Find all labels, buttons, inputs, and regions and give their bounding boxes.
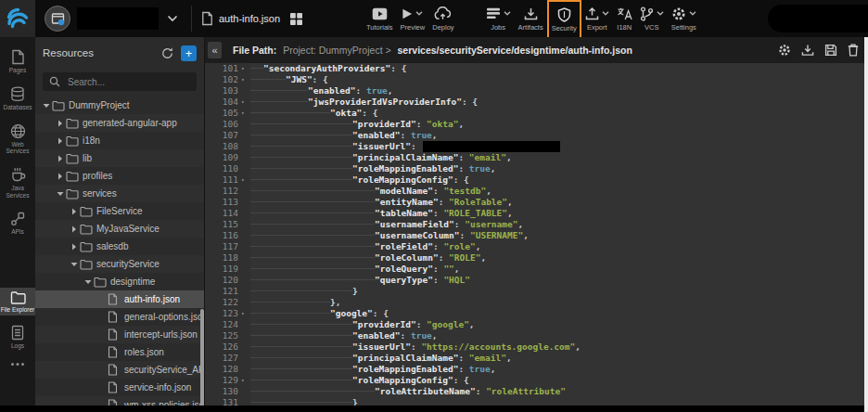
fold-toggle-icon[interactable]: ▾ xyxy=(240,74,250,85)
search-box[interactable] xyxy=(43,72,197,91)
tree-item[interactable]: i18n xyxy=(35,132,204,149)
code-token: "roleMappingConfig" xyxy=(352,174,453,185)
wavemaker-logo-icon xyxy=(6,6,30,31)
tree-item[interactable]: MyJavaService xyxy=(35,220,204,238)
indent-guide xyxy=(250,364,352,375)
refresh-icon[interactable] xyxy=(161,47,173,59)
open-file-tab[interactable]: auth-info.json xyxy=(191,6,303,32)
tree-item[interactable]: lib xyxy=(35,149,204,167)
sidebar-item-java-services[interactable]: Java Services xyxy=(0,164,35,202)
tree-caret[interactable] xyxy=(55,173,66,180)
tool-settings[interactable]: Settings xyxy=(668,2,700,35)
tree-item[interactable]: general-options.json xyxy=(35,308,204,326)
sidebar-item-databases[interactable]: Databases xyxy=(0,84,35,114)
sidebar-item-file-explorer[interactable]: File Explorer xyxy=(0,288,35,316)
download-file-icon[interactable] xyxy=(801,44,814,57)
caret-down-icon xyxy=(57,190,64,198)
search-icon xyxy=(49,76,60,87)
tree-scrollbar[interactable] xyxy=(200,309,204,406)
delete-file-icon[interactable] xyxy=(848,44,859,57)
tree-caret[interactable] xyxy=(55,120,66,127)
app-logo[interactable] xyxy=(0,0,35,37)
tree-caret[interactable] xyxy=(69,261,80,268)
tree-item[interactable]: securityService xyxy=(35,255,204,273)
tree-caret[interactable] xyxy=(69,208,80,215)
fold-toggle-icon[interactable]: ▾ xyxy=(240,108,250,119)
code-token: "roleMappingConfig" xyxy=(352,375,453,385)
tree-caret[interactable] xyxy=(55,137,66,145)
bottom-strip xyxy=(0,406,864,412)
code-line: 124"providerId": "google", xyxy=(205,319,868,330)
tool-i18n[interactable]: I18N xyxy=(613,2,636,35)
sidebar-item-more[interactable] xyxy=(0,359,35,369)
grid-view-icon[interactable] xyxy=(289,12,303,26)
indent-guide xyxy=(250,286,352,297)
code-token: "google" xyxy=(330,308,373,318)
search-input[interactable] xyxy=(66,76,190,88)
fold-toggle-icon[interactable]: ▾ xyxy=(240,375,250,386)
code-token: , xyxy=(480,252,486,263)
code-token: : xyxy=(458,152,468,162)
tree-item[interactable]: securityService_API.json xyxy=(35,361,204,379)
tree-caret[interactable] xyxy=(41,102,52,109)
code-line-content: "issuerUrl": "https://accounts.google.co… xyxy=(250,341,581,353)
editor-settings-icon[interactable] xyxy=(778,44,791,57)
fold-toggle-icon[interactable]: ▾ xyxy=(240,63,250,74)
code-token: true xyxy=(411,130,432,140)
tool-tutorials[interactable]: Tutorials xyxy=(363,2,396,35)
tool-artifacts[interactable]: Artifacts xyxy=(515,2,547,35)
code-token: : { xyxy=(373,308,389,318)
tree-item[interactable]: salesdb xyxy=(35,238,204,255)
tool-preview[interactable]: Preview xyxy=(397,2,429,35)
code-editor[interactable]: 101▾"secondaryAuthProviders": {102▾"JWS"… xyxy=(205,63,868,412)
tree-item[interactable]: FileService xyxy=(35,202,204,220)
tool-deploy[interactable]: Deploy xyxy=(428,2,457,35)
folder-icon xyxy=(10,290,26,304)
project-switcher[interactable] xyxy=(45,6,178,32)
tool-vcs[interactable]: VCS xyxy=(636,2,668,35)
code-token: "roleQuery" xyxy=(375,264,433,274)
code-token: , xyxy=(491,163,496,174)
tree-caret[interactable] xyxy=(69,243,80,251)
code-token: , xyxy=(388,85,393,96)
indent-guide xyxy=(250,297,330,308)
code-token: true xyxy=(366,85,388,96)
sidebar-item-web-services[interactable]: Web Services xyxy=(0,121,35,159)
folder-icon xyxy=(66,188,79,200)
sidebar-item-pages[interactable]: Pages xyxy=(0,46,35,77)
code-line-content: "queryType": "HQL" xyxy=(250,275,470,286)
tree-item[interactable]: profiles xyxy=(35,167,204,185)
tree-caret[interactable] xyxy=(69,225,80,233)
tree-item[interactable]: DummyProject xyxy=(35,97,204,114)
tree-item[interactable]: designtime xyxy=(35,273,204,290)
sidebar-item-logs[interactable]: Logs xyxy=(0,322,35,353)
tree-item[interactable]: service-info.json xyxy=(35,379,204,396)
chevron-down-icon[interactable] xyxy=(167,15,178,22)
left-nav-rail: PagesDatabasesWeb ServicesJava ServicesA… xyxy=(0,37,35,412)
tree-item[interactable]: roles.json xyxy=(35,343,204,361)
fold-toggle-icon[interactable]: ▾ xyxy=(240,174,250,186)
folder-icon xyxy=(80,259,95,270)
fold-toggle-icon[interactable]: ▾ xyxy=(240,308,250,319)
sidebar-item-apis[interactable]: APIs xyxy=(0,209,35,238)
tool-jobs[interactable]: Jobs xyxy=(482,2,515,35)
code-token: "RoleTable" xyxy=(449,197,507,207)
tree-item[interactable]: generated-angular-app xyxy=(35,114,204,132)
tree-item[interactable]: auth-info.json xyxy=(35,290,204,308)
save-file-icon[interactable] xyxy=(824,44,837,57)
collapse-panel-button[interactable]: « xyxy=(208,42,222,58)
tree-caret[interactable] xyxy=(55,155,66,162)
tree-caret[interactable] xyxy=(83,278,94,286)
tree-item[interactable]: intercept-urls.json xyxy=(35,326,204,343)
indent-guide xyxy=(250,319,352,330)
add-resource-button[interactable]: + xyxy=(181,45,197,61)
tree-item[interactable]: services xyxy=(35,185,204,202)
tool-security[interactable]: Security xyxy=(547,0,581,39)
indent-guide xyxy=(250,353,352,364)
fold-toggle-icon[interactable]: ▾ xyxy=(240,97,250,108)
code-token: , xyxy=(476,241,481,251)
fold-spacer xyxy=(240,163,250,174)
tree-caret[interactable] xyxy=(55,190,66,198)
file-icon xyxy=(108,311,122,323)
tool-export[interactable]: Export xyxy=(581,2,613,35)
